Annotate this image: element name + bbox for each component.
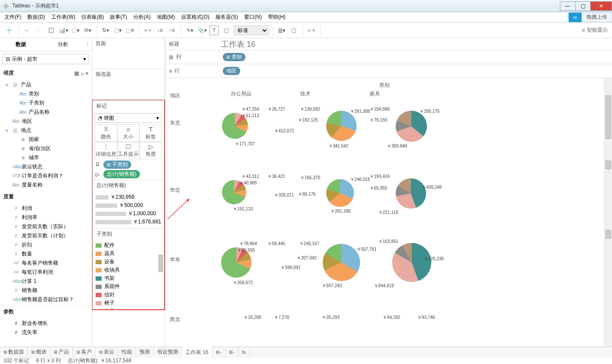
- sheet-tab[interactable]: ⧉₊: [238, 347, 250, 357]
- sort-desc-button[interactable]: ⬚✕: [125, 26, 135, 35]
- rows-shelf[interactable]: ≡行 地区: [165, 64, 612, 78]
- sort-asc-button[interactable]: ⬚▾: [113, 26, 122, 35]
- refresh-button[interactable]: ⟳▾: [83, 26, 93, 35]
- measure-item[interactable]: #利润: [2, 204, 90, 213]
- pie-chart[interactable]: [392, 243, 431, 282]
- mark-cell-颜色[interactable]: ⠿颜色: [95, 125, 117, 142]
- measure-item[interactable]: =Abc计算 1: [2, 277, 90, 286]
- data-tab[interactable]: 数据: [0, 38, 42, 51]
- sort2-button[interactable]: ↑≡: [167, 26, 177, 35]
- highlight-button[interactable]: ✎▾: [185, 26, 195, 35]
- dimension-item[interactable]: Abc度量名称: [2, 180, 90, 190]
- swap-button[interactable]: ⇅▾: [101, 26, 110, 35]
- upload-label[interactable]: 拖拽上传: [582, 13, 612, 22]
- new-worksheet-button[interactable]: ⬚▾: [71, 26, 80, 35]
- dimension-item[interactable]: ⊕省/自治区: [2, 144, 90, 153]
- caption-button[interactable]: ▢: [222, 26, 231, 35]
- legend-item[interactable]: 器具: [96, 249, 161, 258]
- mark-type-select[interactable]: ◔ 饼图 ▾: [95, 113, 162, 123]
- group-button[interactable]: ⚬⚬: [143, 26, 152, 35]
- sort1-button[interactable]: ↓≡: [155, 26, 165, 35]
- legend-item[interactable]: 设备: [96, 258, 161, 266]
- presentation-button[interactable]: ▢: [289, 26, 298, 35]
- legend-item[interactable]: 收纳具: [96, 266, 161, 274]
- tableau-icon[interactable]: [4, 26, 14, 35]
- menu-help[interactable]: 帮助(H): [268, 13, 286, 21]
- viz-canvas[interactable]: 类别 地区 办公用品 技术 家具 东北 ￥47,254 ￥26,727 ￥51,…: [165, 78, 612, 350]
- sheet-tab[interactable]: ⊞₊: [212, 347, 225, 357]
- show-me-button[interactable]: ≡ 智能显示: [582, 26, 608, 34]
- mark-cell-大小[interactable]: ⌾大小: [117, 125, 140, 142]
- pin-button[interactable]: 📎▾: [197, 26, 207, 35]
- pill-subcat[interactable]: ⊞子类别: [103, 161, 131, 169]
- maximize-button[interactable]: ▢: [575, 1, 591, 11]
- viz-scrollbar[interactable]: [604, 78, 612, 350]
- legend-item[interactable]: 椅子: [96, 299, 161, 307]
- fit-select[interactable]: 标准: [234, 26, 268, 35]
- share-button[interactable]: ⚬⚬: [307, 26, 316, 35]
- dimension-item[interactable]: =Abc装运状态: [2, 162, 90, 171]
- minimize-button[interactable]: —: [560, 1, 576, 11]
- menu-data[interactable]: 数据(D): [27, 13, 45, 21]
- panel-menu-icon[interactable]: ⋮: [84, 38, 92, 51]
- mark-cell-工具提示[interactable]: ☐工具提示: [117, 142, 140, 159]
- menu-window[interactable]: 窗口(N): [244, 13, 262, 21]
- dimension-item[interactable]: ⊕城市: [2, 153, 90, 162]
- show-button[interactable]: ▥▾: [277, 26, 286, 35]
- measure-item[interactable]: #折扣: [2, 240, 90, 249]
- upload-icon[interactable]: ∞: [569, 13, 582, 22]
- sheet-tab[interactable]: 性能: [118, 347, 136, 357]
- sheet-tab[interactable]: ⊞产品: [50, 347, 73, 357]
- pill-region[interactable]: 地区: [223, 67, 240, 75]
- filters-card[interactable]: 筛选器: [92, 69, 165, 100]
- pie-chart[interactable]: [396, 178, 426, 209]
- measure-item[interactable]: =#每名客户销售额: [2, 259, 90, 268]
- sheet-title[interactable]: 工作表 16: [219, 39, 255, 49]
- menu-story[interactable]: 故事(T): [110, 13, 127, 21]
- search-icon[interactable]: ⌕: [81, 70, 84, 76]
- sheet-tab[interactable]: 假设预测: [154, 347, 182, 357]
- back-button[interactable]: ←: [22, 26, 32, 35]
- pie-chart[interactable]: [396, 111, 427, 142]
- menu-dashboard[interactable]: 仪表板(B): [81, 13, 104, 21]
- dimension-item[interactable]: Abc类别: [2, 89, 90, 98]
- menu-file[interactable]: 文件(F): [4, 13, 21, 21]
- pie-chart[interactable]: [323, 244, 360, 281]
- close-button[interactable]: ✕: [590, 1, 612, 11]
- measure-item[interactable]: #发货前天数（实际）: [2, 222, 90, 231]
- label-button[interactable]: T: [209, 26, 219, 35]
- arrow-icon[interactable]: ▾: [86, 70, 88, 76]
- view-icon[interactable]: ▦: [74, 70, 79, 76]
- sheet-tab[interactable]: ⊞客户: [73, 347, 96, 357]
- sheet-tab[interactable]: ⊞₊: [225, 347, 238, 357]
- param-item[interactable]: #流失率: [2, 328, 90, 337]
- dimension-item[interactable]: Abc产品名称: [2, 108, 90, 117]
- dimension-item[interactable]: ⊕国家: [2, 135, 90, 144]
- analysis-tab[interactable]: 分析: [42, 38, 84, 51]
- sheet-tab[interactable]: ⊞概述: [28, 347, 50, 357]
- measure-item[interactable]: =#每笔订单利润: [2, 268, 90, 277]
- sheet-tab[interactable]: ⊞数据源: [0, 347, 28, 357]
- measure-item[interactable]: #数量: [2, 249, 90, 259]
- dimension-item[interactable]: =T|F订单是否有利润？: [2, 171, 90, 180]
- sheet-tab[interactable]: 预测: [136, 347, 154, 357]
- menu-server[interactable]: 服务器(S): [215, 13, 238, 21]
- datasource-select[interactable]: ⊟ 示例 - 超市 ▾: [3, 54, 89, 64]
- sheet-tab[interactable]: ⊞装运: [96, 347, 118, 357]
- dimension-item[interactable]: ∨品产品: [2, 80, 90, 89]
- columns-shelf[interactable]: ⊞列 ⊞类别: [165, 50, 612, 64]
- legend-item[interactable]: 系固件: [96, 282, 161, 291]
- menu-map[interactable]: 地图(M): [157, 13, 175, 21]
- measure-item[interactable]: #利润率: [2, 213, 90, 222]
- legend-item[interactable]: 书架: [96, 274, 161, 282]
- pill-sumsales[interactable]: 总计(销售额): [103, 170, 140, 178]
- legend-scrollbar[interactable]: [159, 255, 163, 272]
- param-item[interactable]: #新业务增长: [2, 319, 90, 328]
- menu-worksheet[interactable]: 工作表(W): [51, 13, 75, 21]
- dimension-item[interactable]: Abc地区: [2, 117, 90, 126]
- measure-item[interactable]: #销售额: [2, 286, 90, 295]
- dimension-item[interactable]: Abc子类别: [2, 98, 90, 108]
- measure-item[interactable]: #发货前天数（计划）: [2, 231, 90, 240]
- legend-item[interactable]: 田且: [96, 307, 161, 309]
- legend-item[interactable]: 配件: [96, 241, 161, 249]
